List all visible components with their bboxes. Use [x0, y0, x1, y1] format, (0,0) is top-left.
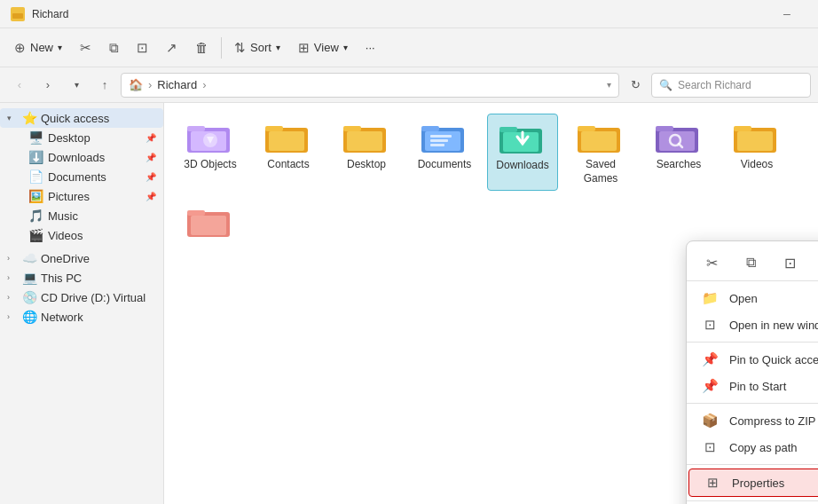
cddrive-header[interactable]: › 💿 CD Drive (D:) Virtual — [0, 287, 163, 307]
file-item-downloads[interactable]: Downloads — [487, 114, 558, 191]
folder-icon-contacts — [265, 119, 311, 154]
svg-rect-24 — [581, 131, 617, 151]
file-item-searches[interactable]: Searches — [643, 114, 714, 191]
file-item-documents[interactable]: Documents — [409, 114, 480, 191]
file-item-desktop[interactable]: Desktop — [331, 114, 402, 191]
more-button[interactable]: ··· — [358, 37, 382, 58]
documents-pin-icon: 📌 — [146, 172, 156, 182]
address-home-icon: 🏠 — [129, 78, 143, 91]
quick-access-label: Quick access — [41, 112, 109, 125]
sort-button[interactable]: ⇅ Sort ▾ — [227, 36, 287, 59]
music-icon: 🎵 — [28, 209, 43, 223]
minimize-button[interactable]: ─ — [767, 0, 807, 28]
ctx-pin-quick-access[interactable]: 📌 Pin to Quick access — [687, 346, 818, 373]
thispc-header[interactable]: › 💻 This PC — [0, 268, 163, 287]
address-bar: ‹ › ▾ ↑ 🏠 › Richard › ▾ ↻ 🔍 Search Richa… — [0, 67, 818, 103]
address-box[interactable]: 🏠 › Richard › ▾ — [121, 73, 619, 98]
file-label-downloads: Downloads — [496, 159, 548, 173]
main-layout: ▾ ⭐ Quick access 🖥️ Desktop 📌 ⬇️ Downloa… — [0, 103, 818, 504]
cut-button[interactable]: ✂ — [73, 36, 98, 59]
ctx-paste-button[interactable]: ⊡ — [775, 248, 804, 277]
forward-button[interactable]: › — [35, 73, 60, 98]
sidebar-item-desktop[interactable]: 🖥️ Desktop 📌 — [21, 128, 163, 147]
search-icon: 🔍 — [659, 79, 672, 91]
cut-icon: ✂ — [80, 40, 91, 56]
address-separator2: › — [202, 78, 206, 91]
ctx-pin-start[interactable]: 📌 Pin to Start — [687, 373, 818, 399]
ctx-copy-path[interactable]: ⊡ Copy as path — [687, 434, 818, 461]
file-label-desktop: Desktop — [347, 158, 386, 172]
view-label: View — [314, 41, 339, 54]
paste-button[interactable]: ⊡ — [130, 36, 155, 59]
thispc-icon: 💻 — [21, 271, 37, 285]
svg-rect-8 — [265, 126, 283, 131]
desktop-label: Desktop — [48, 131, 90, 145]
recent-button[interactable]: ▾ — [64, 73, 89, 98]
file-content: 3D Objects Contacts — [164, 103, 818, 504]
sidebar-item-music[interactable]: 🎵 Music — [21, 206, 163, 225]
ctx-copy-button[interactable]: ⧉ — [736, 248, 765, 277]
ctx-properties-label: Properties — [732, 476, 784, 490]
file-grid: 3D Objects Contacts — [175, 114, 807, 244]
sort-label: Sort — [250, 41, 271, 54]
ctx-open-new-window[interactable]: ⊡ Open in new window — [687, 311, 818, 338]
address-separator: › — [148, 78, 152, 91]
sidebar-item-pictures[interactable]: 🖼️ Pictures 📌 — [21, 186, 163, 206]
folder-icon-downloads — [499, 120, 546, 155]
ctx-pin-start-icon: 📌 — [701, 378, 719, 394]
svg-rect-18 — [430, 144, 444, 146]
copy-icon: ⧉ — [109, 40, 119, 56]
search-box[interactable]: 🔍 Search Richard — [651, 73, 811, 98]
svg-rect-16 — [430, 135, 452, 138]
refresh-button[interactable]: ↻ — [623, 73, 648, 98]
svg-rect-26 — [656, 126, 673, 131]
ctx-compress-zip[interactable]: 📦 Compress to ZIP file — [687, 407, 818, 434]
back-button[interactable]: ‹ — [7, 73, 32, 98]
sort-chevron: ▾ — [276, 43, 280, 52]
network-icon: 🌐 — [21, 310, 37, 324]
sidebar-item-videos[interactable]: 🎬 Videos — [21, 225, 163, 245]
quick-access-header[interactable]: ▾ ⭐ Quick access — [0, 108, 163, 128]
quick-access-children: 🖥️ Desktop 📌 ⬇️ Downloads 📌 📄 Documents … — [0, 128, 163, 245]
address-dropdown[interactable]: ▾ — [607, 80, 611, 90]
music-label: Music — [48, 209, 78, 223]
downloads-icon: ⬇️ — [28, 150, 43, 164]
title-bar-controls: ─ — [767, 0, 807, 28]
delete-button[interactable]: 🗑 — [188, 36, 216, 59]
view-button[interactable]: ⊞ View ▾ — [291, 36, 355, 59]
file-item-3dobjects[interactable]: 3D Objects — [175, 114, 246, 191]
ctx-open-new-window-icon: ⊡ — [701, 317, 719, 333]
sidebar-item-downloads[interactable]: ⬇️ Downloads 📌 — [21, 147, 163, 167]
ctx-cut-button[interactable]: ✂ — [697, 248, 726, 277]
ctx-pin-quick-access-label: Pin to Quick access — [729, 353, 818, 366]
onedrive-header[interactable]: › ☁️ OneDrive — [0, 248, 163, 268]
ctx-compress-zip-icon: 📦 — [701, 413, 719, 429]
file-label-documents: Documents — [418, 158, 472, 172]
sidebar: ▾ ⭐ Quick access 🖥️ Desktop 📌 ⬇️ Downloa… — [0, 103, 164, 504]
title-bar-icon — [11, 7, 25, 21]
file-item-savedgames[interactable]: Saved Games — [565, 114, 636, 191]
ctx-open-icon: 📁 — [701, 290, 719, 306]
network-header[interactable]: › 🌐 Network — [0, 307, 163, 327]
folder-icon-videos — [734, 119, 780, 154]
ctx-delete-button[interactable]: 🗑 — [814, 248, 818, 277]
file-label-searches: Searches — [657, 158, 702, 172]
documents-label: Documents — [48, 170, 106, 184]
copy-button[interactable]: ⧉ — [102, 36, 126, 59]
file-item-videos[interactable]: Videos — [721, 114, 792, 191]
file-item-contacts[interactable]: Contacts — [253, 114, 324, 191]
quick-access-star-icon: ⭐ — [21, 111, 37, 125]
up-button[interactable]: ↑ — [92, 73, 117, 98]
file-label-3dobjects: 3D Objects — [184, 158, 236, 172]
window-title: Richard — [32, 8, 767, 20]
ctx-open[interactable]: 📁 Open Enter — [687, 285, 818, 311]
share-button[interactable]: ↗ — [159, 36, 185, 59]
svg-rect-17 — [430, 139, 448, 142]
file-item-partial1[interactable] — [175, 198, 246, 244]
ctx-properties[interactable]: ⊞ Properties Alt+Enter — [688, 469, 818, 497]
svg-rect-20 — [499, 127, 517, 132]
new-button[interactable]: ⊕ New ▾ — [7, 36, 69, 59]
ctx-copy-path-label: Copy as path — [729, 441, 798, 454]
sidebar-item-documents[interactable]: 📄 Documents 📌 — [21, 167, 163, 186]
desktop-icon: 🖥️ — [28, 130, 43, 145]
